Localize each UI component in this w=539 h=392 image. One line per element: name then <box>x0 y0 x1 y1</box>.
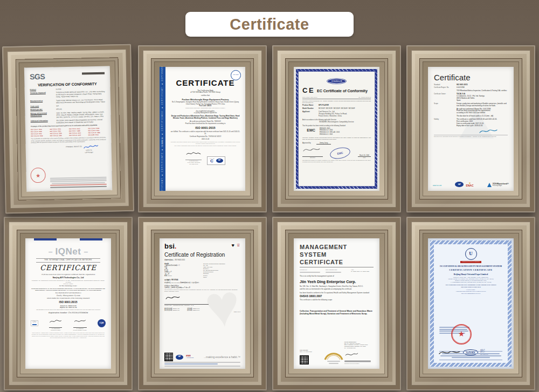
issue-date: Date of issue: 2006-03-10 <box>302 97 317 98</box>
field-row: StandardISO 9001:2015 <box>434 84 508 86</box>
reference-number-bar <box>82 72 105 75</box>
meta-row: Date of issue: 2006-03-10 No.: SJ7S09/20… <box>302 97 371 99</box>
post-code: Post Code: 528311 <box>170 105 240 107</box>
tuv-triangle-icon <box>487 183 492 187</box>
certificate-frame-dnv: MANAGEMENT SYSTEM CERTIFICATE Certificat… <box>272 217 401 390</box>
scope-row: ScopeDesign, production and marketing of… <box>434 103 508 107</box>
certificate-title: CERTIFICATE <box>170 78 240 88</box>
signer-title: General Manager of CQM <box>73 329 87 331</box>
field-row: Tested by request ofTIANJIN KOTLER VEHIC… <box>30 91 105 99</box>
applicant-address: Cool Sources Co., Ltd. Zhuoyue Building … <box>319 111 371 118</box>
frame-inner-bevel: U Management System Certification OCCUPA… <box>419 230 522 377</box>
approved-row: Approved by Jimmy Jiang <box>302 142 371 145</box>
decorative-border: Unitech CE EC Certificate of Conformity … <box>296 69 377 189</box>
redacted-text-line <box>344 361 371 362</box>
certification-emblem-icon: U <box>465 248 477 260</box>
bsi-heart-watermark-icon: ♥ <box>202 274 243 337</box>
cert-body-line: of TÜV SÜD Asia Pacific TÜV SÜD Group <box>170 92 240 94</box>
certificate-gnas: U Management System Certification OCCUPA… <box>428 238 514 369</box>
logo-row: www.tuv.com IAF ♛ ENAC TÜVRheinland® <box>433 182 509 187</box>
certificate-frame-tuv-sud: ZERTIFIKAT ◆ CERTIFICATE ◆ 認證證書 ◆ CERTIF… <box>138 45 267 212</box>
approver-name: Jimmy Jiang <box>316 142 331 145</box>
header-blue-bar <box>80 238 102 240</box>
bsi-header: bsi. ♥ ♕ <box>164 243 240 250</box>
field-row: Ratings and principal characteristicsInp… <box>30 112 105 119</box>
redacted-text-line <box>329 363 338 364</box>
validity-line: are fulfilled. The certificate is valid … <box>170 131 240 135</box>
scope-text: Design and Production of Aluminium Truss… <box>170 115 240 120</box>
cert-body-line: certifies that <box>170 95 240 97</box>
standard-name: OHSAS 18001:2007 <box>300 295 374 298</box>
partner-list-fine-print: IQNet Partners*: AENOR Spain AFNOR Certi… <box>31 332 106 338</box>
iqnet-small-logo: IQNet <box>31 320 38 326</box>
field-row: Product NameMP3 PLAYER <box>302 105 371 107</box>
certificate-title-line1: OCCUPATIONAL HEALTH SAFETY MANAGEMENT SY… <box>439 265 503 267</box>
signer-title: President of IQNet <box>49 329 62 331</box>
standard-subtitle: 质量管理体系 - ISO 9001:2015 <box>164 259 240 262</box>
scope-line: and related management activities <box>439 293 503 294</box>
accreditation-logos: IAF ♛ ENAC <box>455 182 473 187</box>
footer-fine-print <box>164 361 240 367</box>
sgs-logo: SGS <box>30 72 45 82</box>
field-row: Applicant Cool Sources Co., Ltd. Zhuoyue… <box>302 111 371 118</box>
qr-code-icon <box>300 355 309 365</box>
gallery-row-2: – IQNet – THE INTERNATIONAL CERTIFICATIO… <box>4 217 535 390</box>
certificate-bsi: ♥ bsi. ♥ ♕ Certificate of Registration 质… <box>160 238 245 369</box>
date-label: Date <box>358 157 371 159</box>
certificate-title: Certificate <box>434 72 508 83</box>
fulfils-line: which fulfils the requirements of the fo… <box>31 298 106 300</box>
latest-issue-date: 最新发证日期: 2022-07-18 <box>164 310 179 311</box>
field-row: Manufactured atTianjin Kotler Vehicle In… <box>30 99 105 104</box>
disclaimer-paragraph: The Verification of Conformity is the re… <box>31 137 106 144</box>
redacted-text-line <box>452 357 489 358</box>
tuv-sud-logo: TÜV SÜD <box>231 70 241 80</box>
multilingual-certificate-text: ZERTIFIKAT ◆ CERTIFICATE ◆ 認證證書 ◆ CERTIF… <box>162 67 164 191</box>
conformity-note: A sample of the product has been tested … <box>31 125 106 128</box>
tuv-website-link[interactable]: www.tuv.com <box>433 185 441 187</box>
signature-icon <box>344 352 358 357</box>
redacted-text-line <box>440 355 501 356</box>
certificate-frame-iqnet: – IQNet – THE INTERNATIONAL CERTIFICATIO… <box>4 217 133 390</box>
footnote: Information about this certificate can b… <box>170 141 240 145</box>
enac-logo: ♛ ENAC <box>466 182 473 187</box>
certificate-frame-gnas: U Management System Certification OCCUPA… <box>406 217 535 390</box>
red-seal-stamp-icon: ★ <box>30 168 46 183</box>
declaration-intro: Shenzhen Unitech Technology Co., Limited… <box>302 100 371 104</box>
standards-list: EN55013: 2001 EN61000-3-2: 2000 EN61000-… <box>320 128 340 136</box>
certificate-frame-sgs: SGS VERIFICATION OF CONFORMITY ProductSc… <box>2 44 134 214</box>
bsi-logo: bsi. <box>164 243 176 250</box>
org-code: Unified social credit code / Organizatio… <box>170 107 240 109</box>
redacted-text-line <box>164 366 240 367</box>
signer-title: Management Representative <box>344 363 374 365</box>
frame-inner-bevel: SGS VERIFICATION OF CONFORMITY ProductSc… <box>16 57 121 201</box>
certificate-title: EC Certificate of Conformity <box>317 88 368 93</box>
ce-mark-icon: CE <box>302 86 315 95</box>
emc-stamp-icon: EMC <box>329 146 351 160</box>
certificate-iqnet: – IQNet – THE INTERNATIONAL CERTIFICATIO… <box>25 238 111 369</box>
valid-block: Valid: 24, March, 2018 - 24, March, 2021 <box>351 269 374 273</box>
signature-icon <box>49 319 62 324</box>
approved-by-label: Approved by <box>302 142 311 145</box>
certify-line: This is to certify that the management s… <box>300 276 374 278</box>
signature-row: IQNet Alex Stoichitoiu President of IQNe… <box>31 315 106 331</box>
scope-text: Design and production of AE / toxi serie… <box>31 288 106 291</box>
decorative-blue-border: U Management System Certification OCCUPA… <box>430 240 512 367</box>
field-row: Model NumberMC310F / MC313F / MC320F / M… <box>302 108 371 110</box>
red-seal-stamp-icon: ★ <box>451 324 472 345</box>
scope-intro: This certificate is valid for the follow… <box>300 299 374 301</box>
certificate-number: No.: SJ7S09/2002-03 <box>358 97 371 98</box>
date-block: March 10, 2006 Date <box>358 155 371 159</box>
owner-row: Certificate Owner: TUCAI, S.A. C/ Llobat… <box>434 93 508 102</box>
footer-fine-print <box>49 176 108 189</box>
unitech-logo: Unitech <box>327 79 345 84</box>
bsi-tagline: ...making excellence a habit.™ <box>196 355 240 359</box>
place-date-block: Place and date: Taipei, 07, March, 2018 <box>300 349 323 365</box>
redacted-text-line <box>300 272 320 273</box>
frame-inner-bevel: Unitech CE EC Certificate of Conformity … <box>285 58 388 200</box>
iaf-logo: IAF <box>176 355 183 360</box>
signature-block: Ji XiaoDong General Manager of CQM <box>73 315 87 331</box>
triangle-watermark-icon <box>459 109 494 139</box>
redacted-text-line <box>326 272 341 273</box>
company-name: Nanjing AIYI Technologies Co., Ltd <box>31 277 106 279</box>
certificate-title: VERIFICATION OF CONFORMITY <box>30 81 105 88</box>
